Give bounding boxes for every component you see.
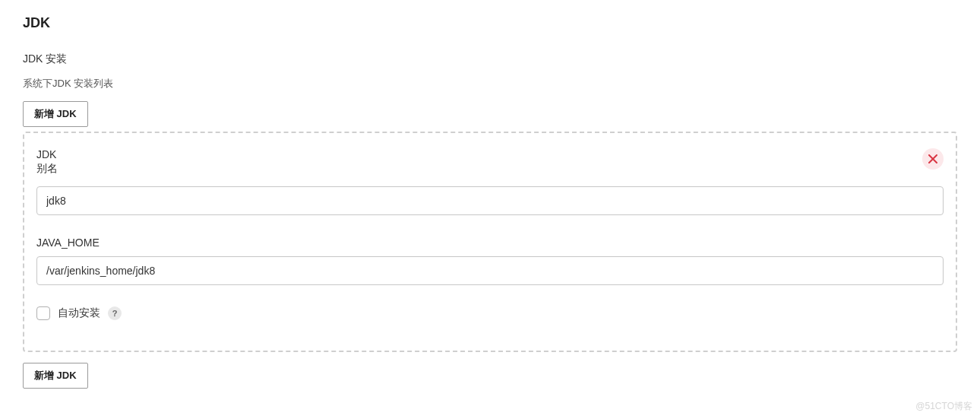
panel-heading-jdk: JDK xyxy=(36,148,58,160)
list-description: 系统下JDK 安装列表 xyxy=(23,77,957,90)
panel-heading-group: JDK 别名 xyxy=(36,148,58,176)
delete-jdk-button[interactable] xyxy=(922,148,944,170)
add-jdk-button-bottom[interactable]: 新增 JDK xyxy=(23,363,88,389)
auto-install-checkbox[interactable] xyxy=(36,306,50,320)
alias-form-group xyxy=(36,186,944,215)
java-home-label: JAVA_HOME xyxy=(36,236,944,249)
section-title: JDK xyxy=(23,15,957,31)
java-home-form-group: JAVA_HOME xyxy=(36,236,944,285)
alias-input[interactable] xyxy=(36,186,944,215)
add-jdk-button-top[interactable]: 新增 JDK xyxy=(23,101,88,127)
auto-install-row: 自动安装 ? xyxy=(36,306,944,320)
auto-install-label: 自动安装 xyxy=(58,306,100,320)
install-label: JDK 安装 xyxy=(23,52,957,66)
jdk-config-panel: JDK 别名 JAVA_HOME 自动安装 ? xyxy=(23,132,957,352)
panel-heading-alias: 别名 xyxy=(36,162,58,176)
java-home-input[interactable] xyxy=(36,256,944,285)
watermark: @51CTO博客 xyxy=(915,400,972,404)
help-icon[interactable]: ? xyxy=(108,306,122,320)
panel-header: JDK 别名 xyxy=(36,148,944,176)
close-icon xyxy=(928,154,937,163)
